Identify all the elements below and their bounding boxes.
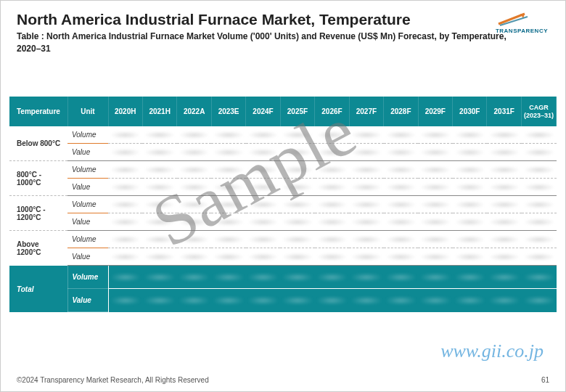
data-cell — [211, 126, 245, 144]
col-0: Temperature — [9, 97, 67, 127]
data-cell — [487, 126, 522, 144]
col-10: 2028F — [384, 97, 418, 127]
copyright-text: ©2024 Transparency Market Research, All … — [17, 376, 209, 384]
page-number: 61 — [541, 376, 549, 384]
total-data-cell — [384, 289, 418, 312]
unit-cell: Value — [67, 144, 108, 161]
total-data-cell — [280, 289, 314, 312]
data-cell — [418, 196, 452, 213]
data-cell — [487, 161, 522, 179]
total-data-cell — [211, 289, 245, 312]
data-cell — [315, 126, 349, 144]
unit-cell: Volume — [67, 196, 108, 213]
total-data-cell — [522, 289, 557, 312]
col-4: 2022A — [177, 97, 211, 127]
total-data-cell — [487, 266, 522, 289]
data-cell — [280, 144, 314, 161]
total-label: Total — [9, 266, 67, 312]
data-cell — [315, 179, 349, 196]
data-cell — [487, 248, 522, 266]
data-cell — [522, 126, 557, 144]
data-cell — [177, 196, 211, 213]
data-cell — [384, 144, 418, 161]
total-data-cell — [177, 266, 211, 289]
data-cell — [108, 144, 142, 161]
data-cell — [418, 144, 452, 161]
data-cell — [211, 213, 245, 231]
data-cell — [453, 248, 487, 266]
data-cell — [108, 248, 142, 266]
data-cell — [384, 179, 418, 196]
col-7: 2025F — [280, 97, 314, 127]
data-cell — [315, 231, 349, 248]
total-data-cell — [522, 266, 557, 289]
total-data-cell — [108, 266, 142, 289]
data-cell — [280, 213, 314, 231]
total-data-cell — [349, 289, 383, 312]
data-cell — [349, 179, 383, 196]
col-1: Unit — [67, 97, 108, 127]
total-data-cell — [453, 289, 487, 312]
data-cell — [177, 248, 211, 266]
total-data-cell — [349, 266, 383, 289]
unit-cell: Value — [67, 248, 108, 266]
data-cell — [418, 231, 452, 248]
data-cell — [487, 213, 522, 231]
data-cell — [487, 231, 522, 248]
data-cell — [211, 161, 245, 179]
data-cell — [418, 248, 452, 266]
data-cell — [453, 161, 487, 179]
data-cell — [280, 248, 314, 266]
col-5: 2023E — [211, 97, 245, 127]
data-cell — [384, 161, 418, 179]
unit-cell: Value — [67, 213, 108, 231]
col-12: 2030F — [453, 97, 487, 127]
data-cell — [280, 196, 314, 213]
data-cell — [177, 161, 211, 179]
row-label: Below 800°C — [9, 126, 67, 161]
unit-cell: Volume — [67, 231, 108, 248]
total-data-cell — [246, 289, 280, 312]
data-cell — [280, 179, 314, 196]
data-cell — [487, 196, 522, 213]
data-cell — [349, 213, 383, 231]
data-cell — [522, 248, 557, 266]
data-cell — [246, 213, 280, 231]
col-11: 2029F — [418, 97, 452, 127]
row-label: 1000°C - 1200°C — [9, 196, 67, 231]
data-cell — [315, 248, 349, 266]
data-cell — [246, 231, 280, 248]
data-cell — [418, 179, 452, 196]
data-cell — [418, 161, 452, 179]
data-cell — [142, 161, 176, 179]
data-cell — [177, 231, 211, 248]
data-cell — [522, 196, 557, 213]
data-cell — [522, 213, 557, 231]
col-8: 2026F — [315, 97, 349, 127]
data-cell — [487, 144, 522, 161]
col-2: 2020H — [108, 97, 142, 127]
unit-cell: Volume — [67, 161, 108, 179]
data-cell — [108, 213, 142, 231]
total-data-cell — [177, 289, 211, 312]
data-cell — [142, 196, 176, 213]
data-cell — [349, 126, 383, 144]
brand-logo: TRANSPARENCY — [496, 11, 548, 34]
total-data-cell — [142, 289, 176, 312]
data-cell — [384, 126, 418, 144]
total-data-cell — [418, 266, 452, 289]
data-cell — [211, 179, 245, 196]
data-cell — [142, 213, 176, 231]
data-cell — [384, 196, 418, 213]
data-cell — [246, 126, 280, 144]
data-cell — [142, 126, 176, 144]
data-cell — [142, 179, 176, 196]
total-unit: Value — [67, 289, 108, 312]
total-data-cell — [108, 289, 142, 312]
data-cell — [177, 179, 211, 196]
unit-cell: Value — [67, 179, 108, 196]
data-cell — [349, 144, 383, 161]
data-cell — [211, 231, 245, 248]
brand-logo-text: TRANSPARENCY — [496, 28, 548, 34]
data-cell — [315, 213, 349, 231]
